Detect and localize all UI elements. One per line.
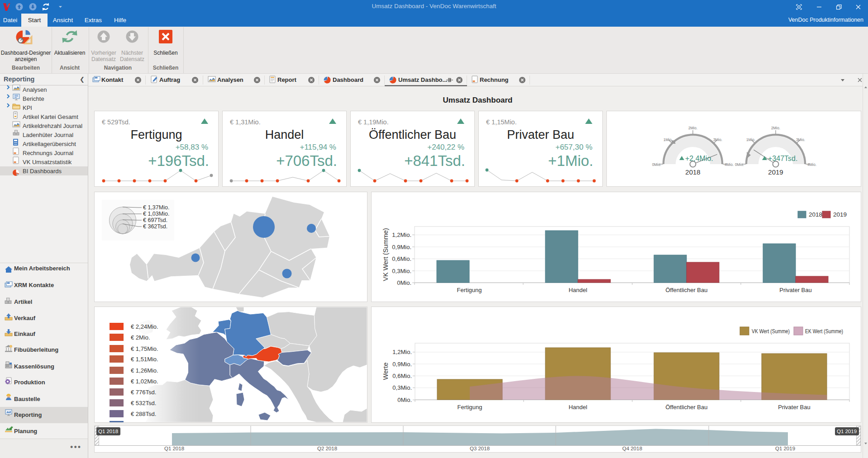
svg-text:Q3 2018: Q3 2018 xyxy=(470,446,490,451)
svg-text:€ 1,02Mio.: € 1,02Mio. xyxy=(131,378,158,385)
svg-text:VK Wert (Summe): VK Wert (Summe) xyxy=(752,328,790,335)
svg-text:0,6Mio.: 0,6Mio. xyxy=(392,255,411,262)
svg-text:2018: 2018 xyxy=(685,168,700,176)
svg-text:2018: 2018 xyxy=(809,211,822,218)
svg-text:Q1 2019: Q1 2019 xyxy=(775,446,795,451)
svg-text:Werte: Werte xyxy=(382,363,389,380)
svg-text:€ 1,75Mio.: € 1,75Mio. xyxy=(131,345,158,352)
svg-text:Q4 2018: Q4 2018 xyxy=(622,446,642,451)
svg-text:2019: 2019 xyxy=(768,168,783,176)
svg-text:€ 1,51Mio.: € 1,51Mio. xyxy=(131,356,158,363)
svg-text:Handel: Handel xyxy=(568,404,587,411)
svg-text:Privater Bau: Privater Bau xyxy=(779,287,812,293)
svg-text:€ 2,24Mio.: € 2,24Mio. xyxy=(131,323,158,330)
svg-text:Privater Bau: Privater Bau xyxy=(778,404,811,411)
svg-text:€ 532Tsd.: € 532Tsd. xyxy=(131,400,156,406)
svg-text:Q1 2019: Q1 2019 xyxy=(837,429,857,434)
svg-text:0Mio.: 0Mio. xyxy=(397,397,412,403)
svg-text:€ 362Tsd.: € 362Tsd. xyxy=(143,223,167,230)
svg-text:1,2Mio.: 1,2Mio. xyxy=(392,231,411,238)
svg-text:Fertigung: Fertigung xyxy=(457,287,482,293)
svg-text:1,2Mio.: 1,2Mio. xyxy=(392,349,412,355)
svg-text:€ 2Mio.: € 2Mio. xyxy=(131,334,150,341)
svg-text:0,3Mio.: 0,3Mio. xyxy=(392,268,411,274)
svg-text:0,3Mio.: 0,3Mio. xyxy=(392,384,412,391)
svg-text:0,9Mio.: 0,9Mio. xyxy=(392,244,411,250)
svg-text:Q1 2018: Q1 2018 xyxy=(164,446,184,451)
svg-text:€ 776Tsd.: € 776Tsd. xyxy=(131,389,156,396)
svg-text:€ 288Tsd.: € 288Tsd. xyxy=(131,411,156,417)
svg-text:€ 1,03Mio.: € 1,03Mio. xyxy=(143,211,169,217)
svg-text:€ 697Tsd.: € 697Tsd. xyxy=(143,217,167,223)
svg-text:+2,4Mio.: +2,4Mio. xyxy=(685,155,713,162)
svg-text:VK Wert (Summe): VK Wert (Summe) xyxy=(382,228,389,281)
svg-text:0Mio.: 0Mio. xyxy=(397,279,411,286)
svg-text:Q1 2018: Q1 2018 xyxy=(98,429,118,434)
svg-text:2019: 2019 xyxy=(833,211,847,218)
svg-text:Öffentlicher Bau: Öffentlicher Bau xyxy=(666,287,708,293)
svg-text:+347Tsd.: +347Tsd. xyxy=(768,155,797,162)
svg-text:Q2 2018: Q2 2018 xyxy=(317,446,337,451)
svg-text:€ 1,37Mio.: € 1,37Mio. xyxy=(143,204,169,211)
svg-text:Öffentlicher Bau: Öffentlicher Bau xyxy=(666,404,708,411)
svg-text:EK Wert (Summe): EK Wert (Summe) xyxy=(805,328,843,335)
svg-text:0,9Mio.: 0,9Mio. xyxy=(392,361,412,368)
svg-text:0,6Mio.: 0,6Mio. xyxy=(392,373,412,379)
svg-text:Handel: Handel xyxy=(568,287,587,293)
svg-text:Fertigung: Fertigung xyxy=(458,404,482,411)
svg-text:€ 1,26Mio.: € 1,26Mio. xyxy=(131,367,158,374)
